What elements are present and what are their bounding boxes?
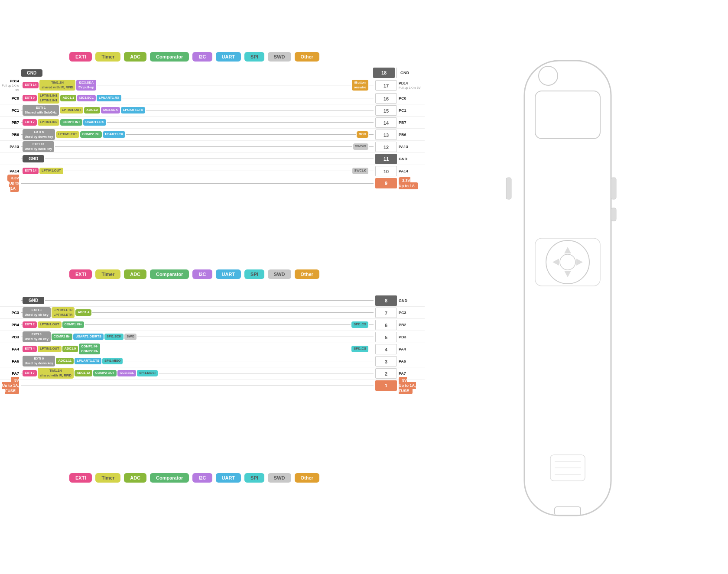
badge-lptim1in1: LPTIM1.IN1LPTIM2.IN1	[38, 93, 59, 104]
pin-name-pc1: PC1	[0, 108, 21, 113]
badge-adc111: ADC1.11	[56, 358, 74, 364]
main-layout: EXTI Timer ADC Comparator I2C UART SPI S…	[0, 0, 728, 574]
right-pin-pb14: PB14Pull-up 1K to 5V	[399, 81, 425, 90]
pin-number-13: 13	[375, 130, 397, 140]
pin-name-pb4: PB4	[0, 323, 21, 327]
line-4	[369, 349, 374, 349]
pin-row-12: PA13 EXTI 13Used by back key SWDIO 12 PA…	[0, 141, 425, 153]
pin-name-pb6: PB6	[0, 133, 21, 137]
badge-mco: MCO	[357, 131, 369, 138]
badges-pc0: EXTI 0 LPTIM1.IN1LPTIM2.IN1 ADC1.1 I2C3.…	[23, 93, 374, 104]
badge-swclk: SWCLK	[352, 168, 369, 174]
right-pin-pa7: PA7	[399, 371, 425, 376]
pin-number-14: 14	[375, 117, 397, 128]
badge-exti7: EXTI 7	[23, 119, 37, 126]
badge-exti0: EXTI 0	[23, 95, 37, 101]
right-pin-pa13: PA13	[399, 145, 425, 149]
svg-rect-0	[524, 61, 611, 516]
badge-ibutton: iButtononewire	[352, 80, 368, 91]
badge-comp2inm: COMP2 IN-	[52, 334, 73, 340]
pin-number-4: 4	[375, 344, 397, 354]
line-14	[107, 122, 374, 123]
badge-swdio: SWDIO	[353, 143, 368, 150]
mid-legend-i2c: I2C	[192, 269, 212, 279]
badges-pb6: EXTI 6Used by down key LPTIM1.EXT COMP2 …	[23, 129, 374, 140]
line-9	[23, 183, 374, 184]
right-pin-pb3: PB3	[399, 335, 425, 339]
pin-name-pa13: PA13	[0, 145, 21, 149]
pin-row-9: 3.3VUp to 1A 9 3.3VUp to 1A	[0, 177, 425, 189]
pin-row-5: PB3 EXTI 3Used by ok key COMP2 IN- USART…	[0, 331, 425, 343]
badge-comp2inp-13: COMP2 IN+	[80, 131, 102, 138]
badge-exti14: EXTI 14	[23, 82, 39, 88]
device-svg	[425, 22, 706, 542]
legend-swd: SWD	[268, 52, 291, 62]
pin-row-2: PA7 EXTI 7 TIM1.1Nshared with IR, RFID A…	[0, 367, 425, 379]
legend-i2c: I2C	[192, 52, 212, 62]
badge-adc14: ADC1.4	[75, 309, 91, 316]
pin-number-10: 10	[375, 166, 397, 176]
pin-row-17: PB14Pull-up 1K to 5V EXTI 14 TIM1.2Nshar…	[0, 78, 425, 92]
pin-row-7: PC3 EXTI 3Used by ok key LPTIM1.ETRLPTIM…	[0, 307, 425, 319]
right-pin-gnd8: GND	[399, 298, 425, 303]
line-6	[369, 324, 374, 325]
svg-marker-8	[576, 259, 583, 266]
pin-number-16: 16	[375, 93, 397, 104]
badge-swo: SWO	[124, 334, 136, 340]
line-2	[159, 373, 374, 373]
pin-name-pc3: PC3	[0, 311, 21, 315]
pin-row-11: GND 11 GND	[0, 153, 425, 165]
badge-adc12: ADC1.2	[84, 107, 100, 114]
bot-legend-comparator: Comparator	[150, 473, 189, 483]
svg-rect-3	[535, 238, 600, 286]
line-15	[146, 110, 374, 110]
pin-name-pa4: PA4	[0, 347, 21, 351]
mid-legend-spi: SPI	[244, 269, 264, 279]
line-13	[369, 134, 374, 135]
badge-comp1inm-comp2inm: COMP1 IN-COMP2 IN-	[79, 344, 100, 354]
badges-pa7: EXTI 7 TIM1.1Nshared with IR, RFID ADC1.…	[23, 368, 374, 379]
bot-legend-timer: Timer	[95, 473, 120, 483]
line-5	[137, 337, 374, 337]
pin-number-8: 8	[375, 295, 397, 306]
mid-legend: EXTI Timer ADC Comparator I2C UART SPI S…	[69, 269, 319, 279]
line-1	[23, 386, 374, 386]
badge-lptim1etr: LPTIM1.ETRLPTIM2.ETR	[52, 307, 75, 318]
svg-marker-9	[552, 259, 559, 266]
badge-usart1rx: USART1.RX	[83, 119, 106, 126]
badge-usart1tx: USART1.TX	[103, 131, 125, 138]
line-17-r	[369, 85, 374, 85]
right-pin-pb4: PB2	[399, 323, 425, 327]
pin-number-6: 6	[375, 320, 397, 330]
badge-exti6-down2: EXTI 6Used by down key	[23, 356, 55, 366]
line-12-mid	[55, 146, 352, 147]
badge-comp2inp-14: COMP2 IN+	[60, 119, 82, 126]
legend-spi: SPI	[244, 52, 264, 62]
badge-lptim2out: LPTIM2.OUT	[38, 346, 62, 352]
legend-exti: EXTI	[69, 52, 92, 62]
badge-i2c3scl-2: I2C3.SCL	[117, 370, 136, 376]
badge-spi1sck: SPI1.SCK	[104, 334, 124, 340]
badge-comp2out: COMP2 OUT	[93, 370, 117, 376]
right-pin-pa4: PA4	[399, 347, 425, 351]
pin-number-2: 2	[375, 368, 397, 379]
legend-adc: ADC	[124, 52, 146, 62]
bot-legend-adc: ADC	[124, 473, 146, 483]
badge-comp1inp: COMP1 IN+	[62, 321, 84, 328]
badges-pa13: EXTI 13Used by back key SWDIO	[23, 141, 374, 152]
pin-number-7: 7	[375, 308, 397, 318]
svg-rect-15	[611, 178, 616, 199]
badges-gnd11: GND	[23, 155, 374, 162]
badge-spi1cs-4: SPI1.CS	[351, 346, 368, 352]
badges-pb7: EXTI 7 LPTIM1.IN2 COMP2 IN+ USART1.RX	[23, 119, 374, 126]
badge-lptim1out-10: LPTIM1.OUT	[39, 168, 63, 174]
badges-pa6: EXTI 6Used by down key ADC1.11 LPUART1.C…	[23, 356, 374, 366]
badge-lptim1out-15: LPTIM1.OUT	[60, 107, 84, 114]
bot-legend-other: Other	[295, 473, 319, 483]
pin-row-8: GND 8 GND	[0, 295, 425, 307]
badge-lpuart1cts: LPUART1.CTS	[75, 358, 101, 364]
line-4-mid	[101, 349, 351, 349]
badge-lptim1out-6: LPTIM1.OUT	[38, 321, 62, 328]
svg-rect-16	[611, 208, 616, 221]
pin-name-3v3: 3.3VUp to 1A	[0, 175, 21, 191]
